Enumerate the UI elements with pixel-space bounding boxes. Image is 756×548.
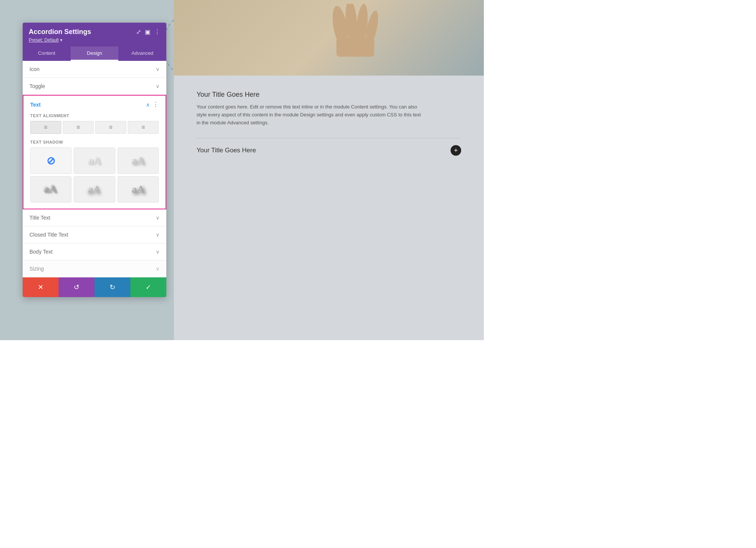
accordion-open-item: Your Title Goes Here Your content goes h… [197,91,461,127]
shadow-none-btn[interactable]: ⊘ [30,147,71,174]
section-closed-title-label: Closed Title Text [29,232,68,238]
shadow-2-text: aA [132,155,144,167]
section-sizing-label: Sizing [29,266,44,272]
shadow-5-text: aA [132,183,144,195]
panel-header: Accordion Settings ⤢ ▣ ⋮ Preset: Default… [23,23,166,46]
panel-footer: ✕ ↺ ↻ ✓ [23,277,166,297]
section-body-text-label: Body Text [29,249,53,255]
svg-rect-14 [336,38,374,57]
section-icon-label: Icon [29,66,39,72]
align-center-btn[interactable]: ≡ [63,121,94,134]
section-toggle-chevron: ∨ [156,83,160,89]
align-left-btn[interactable]: ≡ [30,121,61,134]
section-icon[interactable]: Icon ∨ [23,61,166,78]
section-closed-title-chevron: ∨ [156,232,160,238]
text-alignment-label: Text Alignment [30,113,159,118]
collapse-icon[interactable]: ▣ [145,28,150,36]
tab-advanced[interactable]: Advanced [118,46,166,61]
save-button[interactable]: ✓ [130,277,166,297]
main-content: Your Title Goes Here Your content goes h… [174,76,484,340]
shadow-1-btn[interactable]: aA [74,147,115,174]
section-closed-title-text[interactable]: Closed Title Text ∨ [23,226,166,243]
more-options-icon[interactable]: ⋮ [154,28,160,36]
shadow-3-btn[interactable]: aA [30,176,71,203]
panel-header-icons: ⤢ ▣ ⋮ [136,28,160,36]
panel-header-top: Accordion Settings ⤢ ▣ ⋮ [29,28,160,36]
accordion-open-title: Your Title Goes Here [197,91,461,99]
shadow-options: ⊘ aA aA aA aA [30,147,159,203]
cancel-button[interactable]: ✕ [23,277,59,297]
text-shadow-label: Text Shadow [30,140,159,144]
photo-area [174,0,484,76]
panel-body[interactable]: Icon ∨ Toggle ∨ Text ∧ ⋮ Text Alignment [23,61,166,277]
tab-content[interactable]: Content [23,46,71,61]
section-text-icons: ∧ ⋮ [146,101,159,108]
accordion-collapsed-item[interactable]: Your Title Goes Here + [197,138,461,163]
section-icon-chevron: ∨ [156,66,160,72]
accordion-expand-icon[interactable]: + [451,145,461,156]
section-title-text-label: Title Text [29,215,50,221]
redo-button[interactable]: ↻ [94,277,130,297]
tab-design[interactable]: Design [71,46,119,61]
shadow-4-text: aA [88,183,101,195]
align-right-btn[interactable]: ≡ [95,121,126,134]
panel-tabs: Content Design Advanced [23,46,166,61]
section-text-content: Text Alignment ≡ ≡ ≡ ≡ Text Shadow ⊘ [23,113,166,209]
section-toggle[interactable]: Toggle ∨ [23,78,166,95]
section-body-text-chevron: ∨ [156,249,160,255]
shadow-1-text: aA [88,155,101,167]
settings-panel: Accordion Settings ⤢ ▣ ⋮ Preset: Default… [23,23,166,297]
shadow-2-btn[interactable]: aA [118,147,159,174]
shadow-5-btn[interactable]: aA [118,176,159,203]
accordion-open-body: Your content goes here. Edit or remove t… [197,103,423,127]
section-title-text[interactable]: Title Text ∨ [23,209,166,226]
section-text-more-icon[interactable]: ⋮ [153,101,159,108]
panel-preset-text[interactable]: Preset: Default [29,37,59,43]
content-area: Your Title Goes Here Your content goes h… [174,0,484,340]
section-text-header[interactable]: Text ∧ ⋮ [23,96,166,113]
panel-title: Accordion Settings [29,28,91,36]
section-sizing[interactable]: Sizing ∨ [23,260,166,277]
align-justify-btn[interactable]: ≡ [128,121,159,134]
undo-button[interactable]: ↺ [59,277,94,297]
section-text-expanded: Text ∧ ⋮ Text Alignment ≡ ≡ ≡ ≡ Text Sha… [23,95,166,209]
section-body-text[interactable]: Body Text ∨ [23,243,166,260]
section-sizing-chevron: ∨ [156,266,160,272]
section-text-label: Text [30,102,41,108]
text-alignment-options: ≡ ≡ ≡ ≡ [30,121,159,134]
accordion-collapsed-title: Your Title Goes Here [197,147,256,154]
no-shadow-icon: ⊘ [46,155,55,167]
section-title-text-chevron: ∨ [156,215,160,221]
photo-hands-bg [174,0,484,76]
section-toggle-label: Toggle [29,83,45,89]
section-text-chevron-up[interactable]: ∧ [146,102,150,108]
shadow-4-btn[interactable]: aA [74,176,115,203]
shadow-3-text: aA [45,183,57,195]
panel-preset: Preset: Default ▾ [29,37,160,43]
expand-icon[interactable]: ⤢ [136,28,141,36]
